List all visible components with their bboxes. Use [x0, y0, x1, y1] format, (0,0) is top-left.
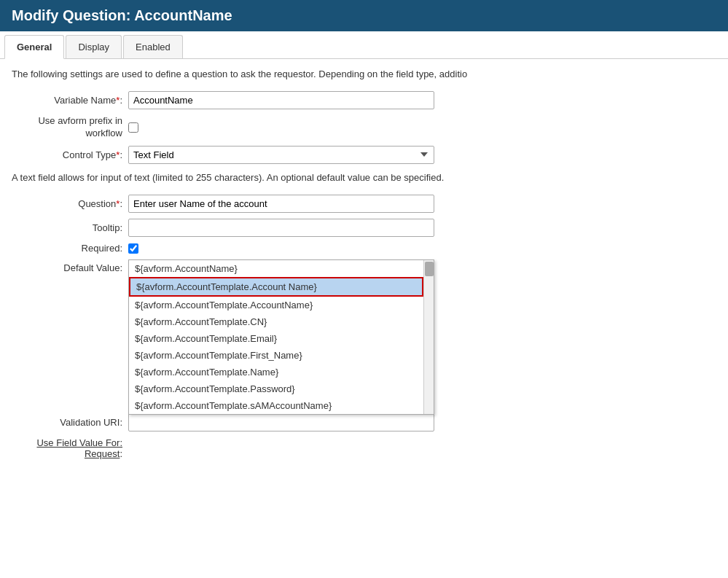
autocomplete-item-4[interactable]: ${avform.AccountTemplate.Email} — [129, 330, 423, 347]
validation-uri-row: Validation URI: — [12, 413, 716, 431]
page-wrapper: Modify Question: AccountName General Dis… — [0, 0, 728, 578]
tab-bar: General Display Enabled — [0, 31, 728, 59]
use-field-value-label: Use Field Value For: Request: — [12, 437, 128, 459]
required-checkbox[interactable] — [128, 243, 138, 254]
validation-uri-input[interactable] — [128, 413, 434, 431]
autocomplete-item-7[interactable]: ${avform.AccountTemplate.Password} — [129, 380, 423, 397]
autocomplete-scroll-content: ${avform.AccountName} ${avform.AccountTe… — [129, 260, 423, 414]
dialog-header: Modify Question: AccountName — [0, 0, 728, 31]
control-type-label: Control Type*: — [12, 149, 128, 160]
default-value-label: Default Value: — [12, 259, 128, 273]
dialog-title: Modify Question: AccountName — [12, 7, 232, 23]
autocomplete-item-3[interactable]: ${avform.AccountTemplate.CN} — [129, 313, 423, 330]
validation-uri-label: Validation URI: — [12, 417, 128, 428]
control-type-select[interactable]: Text Field Dropdown Checkbox Text Area D… — [128, 146, 434, 164]
required-star-control: * — [116, 149, 120, 160]
default-value-row: Default Value: ▼ ${avform.AccountName} $… — [12, 259, 716, 278]
tooltip-label: Tooltip: — [12, 222, 128, 233]
required-row: Required: — [12, 243, 716, 254]
autocomplete-item-0[interactable]: ${avform.AccountName} — [129, 260, 423, 277]
control-type-row: Control Type*: Text Field Dropdown Check… — [12, 146, 716, 164]
question-input[interactable] — [128, 195, 434, 213]
avform-prefix-label: Use avform prefix inworkflow — [12, 115, 128, 140]
variable-name-row: Variable Name*: — [12, 91, 716, 109]
autocomplete-scrollbar[interactable] — [423, 260, 434, 414]
autocomplete-item-1[interactable]: ${avform.AccountTemplate.Account Name} — [129, 277, 423, 297]
avform-prefix-checkbox[interactable] — [128, 122, 138, 133]
required-star-variable: * — [116, 95, 120, 106]
autocomplete-item-2[interactable]: ${avform.AccountTemplate.AccountName} — [129, 297, 423, 313]
autocomplete-dropdown: ${avform.AccountName} ${avform.AccountTe… — [128, 259, 434, 415]
use-field-value-text: Use Field Value For: Request — [36, 437, 122, 459]
question-label: Question*: — [12, 198, 128, 209]
variable-name-input[interactable] — [128, 91, 434, 109]
autocomplete-container: ▼ ${avform.AccountName} ${avform.Account… — [128, 259, 434, 278]
tab-display[interactable]: Display — [66, 35, 122, 58]
variable-name-label: Variable Name*: — [12, 95, 128, 106]
general-description: The following settings are used to defin… — [12, 68, 716, 81]
tab-general[interactable]: General — [4, 35, 64, 59]
autocomplete-scrollbar-thumb — [425, 262, 434, 276]
question-row: Question*: — [12, 195, 716, 213]
autocomplete-item-6[interactable]: ${avform.AccountTemplate.Name} — [129, 364, 423, 380]
autocomplete-item-5[interactable]: ${avform.AccountTemplate.First_Name} — [129, 347, 423, 364]
autocomplete-scroll-area: ${avform.AccountName} ${avform.AccountTe… — [129, 260, 434, 414]
tooltip-row: Tooltip: — [12, 219, 716, 237]
text-field-description: A text field allows for input of text (l… — [12, 171, 716, 184]
control-type-dropdown-wrapper: Text Field Dropdown Checkbox Text Area D… — [128, 146, 434, 164]
required-label: Required: — [12, 243, 128, 254]
autocomplete-item-8[interactable]: ${avform.AccountTemplate.sAMAccountName} — [129, 397, 423, 414]
use-field-value-row: Use Field Value For: Request: — [12, 437, 716, 459]
tooltip-input[interactable] — [128, 219, 434, 237]
tab-content-general: The following settings are used to defin… — [0, 59, 728, 474]
required-star-question: * — [116, 198, 120, 209]
tab-enabled[interactable]: Enabled — [123, 35, 183, 58]
avform-prefix-row: Use avform prefix inworkflow — [12, 115, 716, 140]
